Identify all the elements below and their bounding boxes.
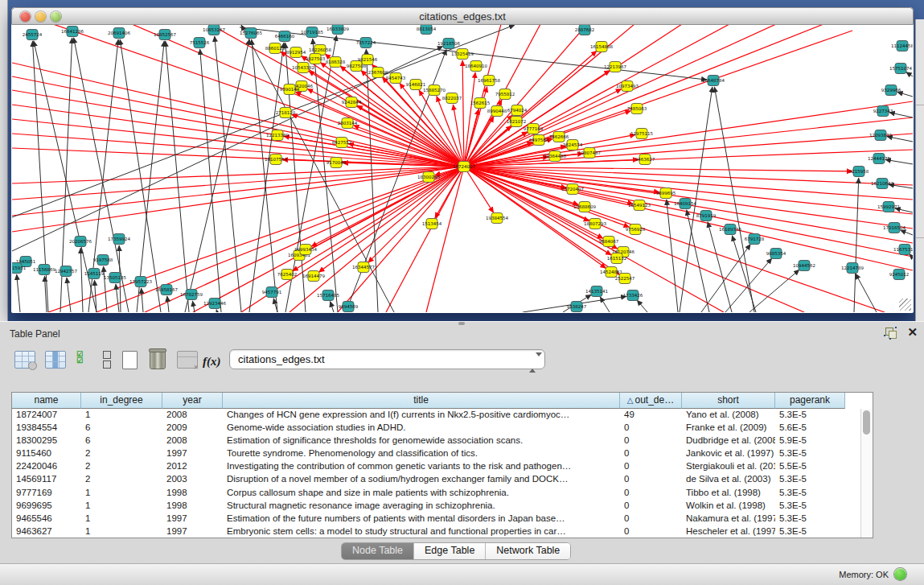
graph-edge[interactable]	[215, 36, 241, 312]
delete-column-icon[interactable]	[150, 351, 172, 375]
graph-edge[interactable]	[185, 39, 249, 312]
float-panel-icon[interactable]	[885, 328, 897, 340]
graph-edge[interactable]	[725, 258, 772, 312]
graph-edge[interactable]	[167, 296, 169, 312]
graph-edge[interactable]	[318, 167, 464, 272]
graph-edge[interactable]	[897, 92, 913, 97]
column-header[interactable]: △out_de…	[620, 393, 682, 409]
column-header[interactable]: pagerank	[775, 393, 845, 409]
table-cell: 0	[620, 513, 682, 525]
graph-node-label: 9463627	[635, 157, 655, 162]
close-panel-icon[interactable]: ✕	[907, 325, 918, 340]
graph-edge[interactable]	[464, 72, 475, 167]
table-row[interactable]: 2242004622012Investigating the contribut…	[12, 460, 863, 473]
graph-edge[interactable]	[142, 288, 143, 312]
table-cell: 1998	[162, 487, 223, 500]
table-cell: 5.3E-5	[775, 500, 845, 513]
tab-edge-table[interactable]: Edge Table	[414, 543, 486, 559]
graph-edge[interactable]	[80, 248, 83, 312]
graph-node-label: 8454743	[386, 76, 406, 80]
graph-edge[interactable]	[701, 244, 750, 312]
graph-edge[interactable]	[687, 210, 709, 312]
graph-node-label: 16914479	[302, 274, 325, 278]
table-row[interactable]: 1872400712008Changes of HCN gene express…	[12, 409, 863, 422]
graph-node-label: 11675317	[893, 247, 913, 252]
create-column-icon[interactable]	[122, 351, 145, 375]
table-cell: 1998	[162, 500, 223, 513]
column-header[interactable]: name	[12, 393, 81, 409]
table-row[interactable]: 1456911722003Disruption of a novel membe…	[12, 473, 863, 486]
scrollbar-thumb[interactable]	[863, 410, 870, 435]
graph-edge[interactable]	[856, 274, 877, 312]
graph-edge[interactable]	[17, 274, 20, 312]
graph-node-label: 12923446	[203, 301, 226, 306]
window-titlebar[interactable]: citations_edges.txt	[11, 7, 914, 25]
graph-node-label: 8860123	[265, 46, 285, 51]
graph-edge[interactable]	[462, 60, 464, 167]
graph-edge[interactable]	[331, 302, 334, 312]
table-mode-icon[interactable]	[14, 351, 37, 375]
table-cell: 2008	[162, 435, 223, 447]
graph-edge[interactable]	[637, 300, 647, 312]
table-header-row[interactable]: namein_degreeyeartitle△out_de…shortpager…	[12, 393, 873, 409]
graph-edge[interactable]	[340, 66, 464, 167]
graph-node-label: 16961758	[478, 78, 500, 83]
graph-node-label: 9699695	[656, 191, 676, 196]
graph-edge[interactable]	[667, 200, 678, 312]
table-selector-dropdown[interactable]: citations_edges.txt	[229, 349, 545, 369]
table-cell: 6	[81, 422, 162, 435]
graph-edge[interactable]	[900, 230, 913, 235]
splitter-handle[interactable]	[458, 322, 465, 325]
vertical-scrollbar[interactable]	[860, 409, 872, 538]
table-row[interactable]: 977716911998Corpus callosum shape and si…	[12, 487, 863, 500]
graph-edge[interactable]	[200, 49, 221, 312]
tab-network-table[interactable]: Network Table	[486, 543, 570, 559]
graph-node-label: 9885354	[766, 251, 786, 256]
graph-node-label: 3915931	[12, 266, 26, 270]
memory-ok-icon[interactable]	[894, 568, 906, 580]
graph-edge[interactable]	[67, 278, 71, 312]
graph-node-label: 8990448	[487, 109, 507, 113]
graph-edge[interactable]	[216, 310, 217, 312]
column-header[interactable]: short	[682, 393, 775, 409]
column-header[interactable]: in_degree	[81, 393, 162, 409]
show-columns-icon[interactable]	[45, 351, 68, 375]
table-row[interactable]: 969969511998Structural magnetic resonanc…	[12, 500, 863, 513]
graph-edge[interactable]	[192, 301, 195, 312]
column-header[interactable]: title	[223, 393, 620, 409]
table-row[interactable]: 946554611997Estimation of the future num…	[12, 513, 863, 525]
table-cell: Wolkin et al. (1998)	[682, 500, 775, 513]
tab-node-table[interactable]: Node Table	[342, 543, 414, 559]
graph-node-label: 16344577	[352, 265, 375, 270]
table-cell: Investigating the contribution of common…	[223, 460, 620, 473]
graph-node-label: 7625402	[277, 272, 298, 277]
graph-edge[interactable]	[906, 72, 913, 76]
graph-node-label: 12444175	[868, 156, 890, 161]
table-row[interactable]: 1830029562008Estimation of significance …	[12, 435, 863, 447]
graph-edge[interactable]	[309, 71, 464, 167]
graph-edge[interactable]	[104, 266, 107, 312]
table-row[interactable]: 911546021997Tourette syndrome. Phenomeno…	[12, 447, 863, 460]
graph-node-label: 16782759	[180, 292, 203, 297]
resize-grip-icon[interactable]	[899, 299, 911, 311]
graph-edge[interactable]	[368, 167, 464, 262]
graph-edge[interactable]	[252, 39, 277, 312]
select-rows-icon[interactable]: ☑☑	[76, 351, 99, 375]
network-canvas[interactable]: 2455724166412862069140618852567751552610…	[12, 25, 913, 312]
column-header[interactable]: year	[162, 393, 223, 409]
table-row[interactable]: 946362711997Embryonic stem cells: a mode…	[12, 525, 863, 538]
graph-node-label: 10688609	[573, 204, 596, 209]
graph-node-label: 9245012	[889, 272, 910, 277]
function-builder-icon[interactable]: f(x)	[203, 354, 225, 378]
node-table: namein_degreeyeartitle△out_de…shortpager…	[11, 392, 873, 538]
memory-status-label: Memory: OK	[839, 570, 889, 579]
table-row[interactable]: 1938455462009Genome-wide association stu…	[12, 422, 863, 435]
table-cell: 5.9E-5	[775, 435, 845, 447]
graph-edge[interactable]	[120, 39, 161, 312]
network-window[interactable]: citations_edges.txt 24557241664128620691…	[11, 7, 914, 313]
table-cell: 0	[620, 525, 682, 538]
graph-edge[interactable]	[714, 87, 754, 312]
table-cell: 5.3E-5	[775, 447, 845, 460]
graph-edge[interactable]	[307, 89, 464, 167]
table-cell: 2	[81, 460, 162, 473]
